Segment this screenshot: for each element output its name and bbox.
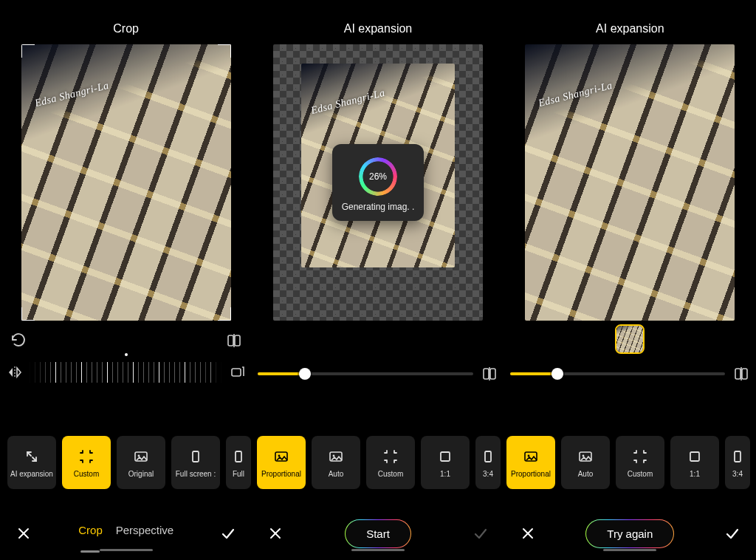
preview-region: Edsa Shangri-La <box>504 44 756 321</box>
confirm-button[interactable] <box>719 520 746 547</box>
panel-title: Crop <box>0 22 252 35</box>
preset-auto[interactable]: Auto <box>561 436 610 489</box>
crop-handle-tr[interactable] <box>218 44 231 58</box>
progress-percent: 26% <box>359 157 397 196</box>
home-indicator <box>603 549 656 551</box>
aspect-copy-icon[interactable] <box>228 363 246 381</box>
result-preview[interactable]: Edsa Shangri-La <box>525 44 735 321</box>
expansion-slider[interactable] <box>510 372 725 375</box>
preview-region: Edsa Shangri-La <box>0 44 252 321</box>
expansion-canvas[interactable]: Edsa Shangri-La 26% Generating imag. . <box>273 44 483 321</box>
preset-custom[interactable]: Custom <box>366 436 415 489</box>
result-thumbnails <box>504 325 756 353</box>
compare-icon[interactable] <box>225 332 243 349</box>
flip-horizontal-icon[interactable] <box>6 363 24 381</box>
home-indicator <box>100 549 153 551</box>
cancel-button[interactable] <box>515 520 541 547</box>
preset-proportional[interactable]: Proportional <box>506 436 555 489</box>
preset-full-screen[interactable]: Full screen : <box>171 436 220 489</box>
expansion-slider-thumb[interactable] <box>551 368 563 380</box>
preset-1-1[interactable]: 1:1 <box>670 436 719 489</box>
panel-title: AI expansion <box>252 22 504 35</box>
crop-handle-bl[interactable] <box>21 307 35 321</box>
preset-proportional[interactable]: Proportional <box>257 436 306 489</box>
preset-custom[interactable]: Custom <box>616 436 664 489</box>
preset-3-4[interactable]: 3:4 <box>475 436 501 489</box>
expansion-slider[interactable] <box>258 372 472 375</box>
compare-icon[interactable] <box>481 365 498 383</box>
result-thumbnail[interactable] <box>616 326 643 352</box>
crop-handle-tl[interactable] <box>21 44 35 58</box>
preset-custom[interactable]: Custom <box>62 436 111 489</box>
bottom-bar: Crop Perspective Start Try again <box>0 498 756 560</box>
preset-original[interactable]: Original <box>117 436 165 489</box>
confirm-button[interactable] <box>215 520 241 547</box>
rotate-icon[interactable] <box>9 332 27 349</box>
tab-crop[interactable]: Crop <box>78 524 103 544</box>
start-button[interactable]: Start <box>345 519 411 548</box>
generating-overlay: 26% Generating imag. . <box>332 144 424 221</box>
crop-handle-br[interactable] <box>218 307 231 321</box>
preset-auto[interactable]: Auto <box>312 436 360 489</box>
panel-title: AI expansion <box>504 22 756 35</box>
preset-1-1[interactable]: 1:1 <box>421 436 470 489</box>
crop-preview[interactable]: Edsa Shangri-La <box>21 44 231 321</box>
cancel-button[interactable] <box>262 520 289 547</box>
home-indicator <box>351 549 405 551</box>
crop-tabs: Crop Perspective <box>78 524 173 544</box>
preset-row[interactable]: AI expansion Custom Original Full screen… <box>0 430 756 495</box>
try-again-button[interactable]: Try again <box>585 519 674 548</box>
rotation-ruler[interactable] <box>6 358 246 387</box>
preview-region: Edsa Shangri-La 26% Generating imag. . <box>252 44 504 321</box>
progress-spinner: 26% <box>359 157 397 196</box>
expansion-slider-thumb[interactable] <box>299 368 311 380</box>
progress-status: Generating imag. . <box>338 202 418 212</box>
tab-perspective[interactable]: Perspective <box>116 524 173 544</box>
confirm-button <box>467 520 494 547</box>
cancel-button[interactable] <box>10 520 37 547</box>
preset-ai-expansion[interactable]: AI expansion <box>7 436 56 489</box>
preset-full[interactable]: Full <box>226 436 251 489</box>
preset-3-4[interactable]: 3:4 <box>725 436 750 489</box>
compare-icon[interactable] <box>732 365 750 383</box>
